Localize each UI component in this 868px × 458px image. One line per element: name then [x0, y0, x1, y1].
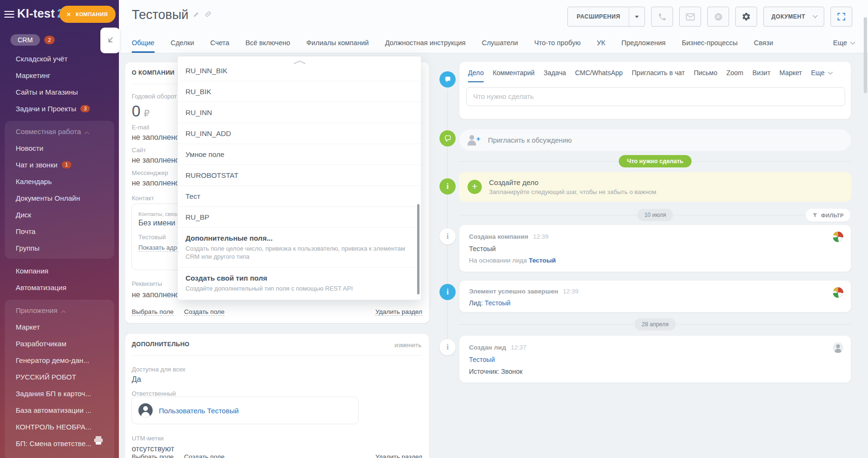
- composer-tab-letter[interactable]: Письмо: [694, 69, 718, 82]
- show-address-link[interactable]: Показать адре: [138, 244, 180, 252]
- sidebar-item-control[interactable]: КОНТРОЛЬ НЕОБРА...: [5, 419, 114, 435]
- close-icon[interactable]: ✕: [66, 11, 71, 18]
- sidebar-item-russian-robot[interactable]: РУССКИЙ РОБОТ: [5, 369, 114, 385]
- sidebar-item-rest-docs[interactable]: Документация по RE...: [5, 452, 114, 458]
- tab-quotes[interactable]: Предложения: [622, 39, 666, 53]
- tab-all-included[interactable]: Всё включено: [245, 39, 290, 53]
- tab-links[interactable]: Связи: [754, 39, 773, 53]
- tab-uk[interactable]: УК: [597, 39, 605, 53]
- lead-link[interactable]: Тестоый: [469, 356, 841, 363]
- timeline-entry-company-created[interactable]: Создана компания 12:39 Тестоый На основа…: [459, 224, 851, 272]
- lead-link[interactable]: Тестоый: [485, 299, 510, 307]
- composer-tab-activity[interactable]: Дело: [468, 69, 484, 82]
- sidebar-collapse-button[interactable]: [100, 28, 120, 53]
- sidebar-item-sites[interactable]: Сайты и Магазины: [0, 84, 119, 100]
- dropdown-item[interactable]: RUROBOTSTAT: [178, 165, 421, 186]
- responsible-user-link[interactable]: Пользователь Тестовый: [159, 407, 239, 415]
- composer-tab-zoom[interactable]: Zoom: [726, 69, 743, 82]
- company-badge[interactable]: ✕ КОМПАНИЯ: [59, 6, 116, 23]
- sidebar-item-tasks[interactable]: Задачи и Проекты3: [0, 100, 119, 117]
- access-value[interactable]: Да: [132, 375, 141, 384]
- composer-tab-sms[interactable]: СМС/WhatsApp: [575, 69, 623, 82]
- timeline-entry-lead-created[interactable]: Создан лид 12:37 Тестоый Источник: Звоно…: [459, 335, 851, 383]
- tab-more[interactable]: Еще: [833, 39, 854, 53]
- document-button[interactable]: ДОКУМЕНТ: [763, 7, 824, 27]
- tab-invoices[interactable]: Счета: [210, 39, 229, 53]
- copy-link-icon[interactable]: [205, 10, 212, 19]
- hamburger-menu-icon[interactable]: [4, 11, 14, 19]
- dropdown-item-custom-type[interactable]: Создать свой тип поля Создайте дополните…: [178, 268, 421, 299]
- tab-business-processes[interactable]: Бизнес-процессы: [682, 39, 738, 53]
- sidebar-item-chat[interactable]: Чат и звонки1: [5, 156, 114, 173]
- tab-deals[interactable]: Сделки: [171, 39, 194, 53]
- timeline-entry-element-completed[interactable]: Элемент успешно завершен 12:39 Лид: Тест…: [459, 280, 851, 312]
- email-value[interactable]: не заполнено: [132, 133, 179, 142]
- create-activity-promo[interactable]: + Создайте дело Запланируйте следующий ш…: [459, 172, 851, 202]
- dropdown-item[interactable]: RU_INN_ADD: [178, 123, 421, 144]
- openlines-button[interactable]: [707, 7, 729, 27]
- dropdown-item[interactable]: Умное поле: [178, 144, 421, 165]
- dropdown-item[interactable]: RU_INN: [178, 102, 421, 123]
- composer-tab-comment[interactable]: Комментарий: [493, 69, 535, 82]
- scroll-up-chevron-icon[interactable]: [293, 58, 307, 67]
- delete-section-link[interactable]: Удалить раздел: [375, 453, 422, 458]
- printer-icon[interactable]: [93, 436, 104, 447]
- sidebar-item-demo-generator[interactable]: Генератор демо-дан...: [5, 352, 114, 369]
- dropdown-item[interactable]: RU_BP: [178, 207, 421, 228]
- sidebar-item-docs-online[interactable]: Документы Онлайн: [5, 190, 114, 206]
- select-field-link[interactable]: Выбрать поле: [132, 308, 174, 316]
- extensions-button[interactable]: РАСШИРЕНИЯ: [567, 7, 645, 27]
- sidebar-item-marketing[interactable]: Маркетинг: [0, 67, 119, 84]
- tab-trying[interactable]: Что-то пробую: [534, 39, 581, 53]
- email-button[interactable]: [679, 7, 701, 27]
- tab-general[interactable]: Общие: [132, 39, 155, 53]
- edit-title-icon[interactable]: [193, 11, 200, 19]
- sidebar-item-developers[interactable]: Разработчикам: [5, 335, 114, 352]
- site-value[interactable]: не заполнено: [132, 156, 179, 165]
- sidebar-item-warehouse[interactable]: Складской учёт: [0, 50, 119, 67]
- edit-section-link[interactable]: изменить: [394, 341, 421, 349]
- extensions-dropdown-arrow[interactable]: [629, 7, 644, 26]
- sidebar-item-automation-base[interactable]: База автоматизации ...: [5, 402, 114, 419]
- tab-job-description[interactable]: Должностная инструкция: [385, 39, 466, 53]
- dropdown-item[interactable]: Тест: [178, 186, 421, 207]
- responsible-user-box[interactable]: Пользователь Тестовый: [131, 397, 359, 424]
- logo[interactable]: KI-test2: [17, 7, 64, 20]
- add-activity-icon[interactable]: +: [468, 180, 482, 194]
- sidebar-item-automation[interactable]: Автоматизация: [0, 279, 119, 296]
- requisites-value[interactable]: не заполнено: [132, 291, 179, 299]
- settings-button[interactable]: [735, 7, 757, 27]
- composer-tab-more[interactable]: Еще: [811, 69, 831, 82]
- composer-tab-market[interactable]: Маркет: [780, 69, 802, 82]
- sidebar-item-groups[interactable]: Группы: [5, 240, 114, 256]
- tab-branches[interactable]: Филиалы компаний: [306, 39, 369, 53]
- sidebar-item-crm[interactable]: CRM: [10, 34, 40, 46]
- create-field-link[interactable]: Создать поле: [184, 453, 224, 458]
- composer-tab-task[interactable]: Задача: [544, 69, 566, 82]
- call-button[interactable]: [651, 7, 673, 27]
- sidebar-section-apps[interactable]: Приложения: [5, 302, 114, 319]
- delete-section-link[interactable]: Удалить раздел: [375, 308, 422, 316]
- sidebar-item-mail[interactable]: Почта: [5, 223, 114, 240]
- messenger-value[interactable]: не заполнено: [132, 179, 179, 187]
- sidebar-section-collaboration[interactable]: Совместная работа: [5, 123, 114, 140]
- lead-link[interactable]: Тестоый: [529, 257, 556, 264]
- composer-tab-invite-chat[interactable]: Пригласить в чат: [632, 69, 684, 82]
- fullscreen-button[interactable]: [830, 7, 852, 27]
- composer-tab-visit[interactable]: Визит: [752, 69, 770, 82]
- dropdown-scrollbar[interactable]: [417, 204, 419, 294]
- todo-input[interactable]: [466, 87, 845, 106]
- stage-pill[interactable]: Что нужно сделать: [619, 155, 692, 167]
- revenue-value[interactable]: 0₽: [132, 102, 149, 120]
- filter-button[interactable]: ФИЛЬТР: [806, 209, 850, 222]
- select-field-link[interactable]: Выбрать поле: [132, 453, 174, 458]
- sidebar-item-company[interactable]: Компания: [0, 263, 119, 279]
- tab-listeners[interactable]: Слушатели: [482, 39, 518, 53]
- dropdown-item[interactable]: RU_BIK: [178, 81, 421, 102]
- create-field-link[interactable]: Создать поле: [184, 308, 224, 316]
- invite-to-discussion[interactable]: + Пригласить к обсуждению: [459, 129, 851, 151]
- sidebar-item-market[interactable]: Маркет: [5, 319, 114, 335]
- sidebar-item-news[interactable]: Новости: [5, 140, 114, 156]
- sidebar-item-disk[interactable]: Диск: [5, 206, 114, 223]
- sidebar-item-calendar[interactable]: Календарь: [5, 173, 114, 190]
